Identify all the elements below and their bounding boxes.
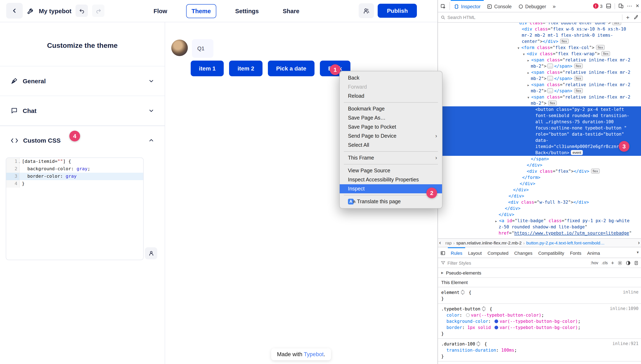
menu-item-translate-this-page[interactable]: ATranslate this page (340, 197, 442, 206)
tree-node[interactable]: </form> (438, 174, 641, 180)
pseudo-elements-row[interactable]: ▶ Pseudo-elements (438, 268, 641, 278)
light-theme-icon[interactable] (617, 260, 622, 265)
back-button[interactable] (6, 3, 23, 18)
menu-item-save-page-as[interactable]: Save Page As… (340, 113, 442, 122)
breadcrumb-item[interactable]: rap (445, 240, 452, 245)
made-with-brand-link[interactable]: Typebot (304, 351, 324, 358)
tree-node[interactable]: ▼<div class="flex flex-wrap">flex (438, 51, 641, 57)
tree-node[interactable]: </span> (438, 156, 641, 162)
redo-button[interactable] (92, 4, 104, 17)
split-console-icon[interactable] (606, 3, 611, 9)
selected-tree-node[interactable]: focus:outline-none typebot-button " (438, 125, 641, 131)
rule-source[interactable]: inline (623, 290, 638, 294)
editor-line-2[interactable]: 2 background-color: gray; (6, 165, 143, 173)
tab-settings[interactable]: Settings (230, 4, 264, 18)
css-rule-duration-100[interactable]: inline:921.duration-100 { transition-dur… (438, 339, 641, 362)
color-swatch[interactable] (495, 326, 498, 329)
add-rule-icon[interactable]: + (611, 260, 614, 266)
tree-node[interactable]: center"></div>flex (438, 38, 641, 44)
meatball-menu-icon[interactable]: ⋯ (627, 3, 632, 9)
tree-node[interactable]: ▼<span class="relative inline-flex mr-2 (438, 94, 641, 100)
rule-source[interactable]: inline:921 (612, 341, 638, 346)
choice-button-item-1[interactable]: item 1 (191, 60, 224, 76)
made-with-badge[interactable]: Made with Typebot. (271, 348, 331, 360)
menu-item-send-page-to-device[interactable]: Send Page to Device› (340, 132, 442, 140)
menu-item-back[interactable]: Back (340, 74, 442, 82)
menu-item-inspect-accessibility-properties[interactable]: Inspect Accessibility Properties (340, 175, 442, 184)
editor-line-3[interactable]: 3 border-color: gray (6, 173, 143, 180)
breadcrumb-item[interactable]: button.py-2.px-4.text-left.font-semibold… (526, 240, 604, 245)
inspector-tab-layout[interactable]: Layout (465, 247, 485, 258)
breadcrumb[interactable]: ‹ rap›span.relative.inline-flex.mr-2.mb-… (438, 238, 641, 247)
devtools-tab-inspector[interactable]: Inspector (451, 0, 484, 12)
menu-item-reload[interactable]: Reload (340, 92, 442, 100)
devtools-tab-debugger[interactable]: Debugger (515, 0, 549, 12)
tree-node[interactable]: ▶<span class="relative inline-flex mr-2 (438, 82, 641, 88)
devtools-tab-console[interactable]: Console (484, 0, 515, 12)
selected-tree-node[interactable]: font-semibold rounded-md transition- (438, 112, 641, 119)
search-html-input[interactable]: Search HTML (448, 15, 476, 20)
tab-theme[interactable]: Theme (186, 4, 216, 18)
tree-node[interactable]: <div class="flex"></div>flex (438, 168, 641, 174)
css-declaration[interactable]: border: 1px solid var(--typebot-button-b… (441, 324, 638, 330)
inspector-tab-computed[interactable]: Computed (485, 247, 511, 258)
menu-item-view-page-source[interactable]: View Page Source (340, 166, 442, 175)
breadcrumb-item[interactable]: span.relative.inline-flex.mr-2.mb-2 (456, 240, 522, 245)
menu-item-save-page-to-pocket[interactable]: Save Page to Pocket (340, 122, 442, 132)
tree-node[interactable]: mb-2">…</span>flex (438, 63, 641, 69)
typebot-title[interactable]: My typebot (39, 7, 71, 14)
css-rule-typebot-button[interactable]: inline:1090.typebot-button { color: var(… (438, 304, 641, 339)
menu-item-bookmark-page[interactable]: Bookmark Page (340, 104, 442, 113)
tab-flow[interactable]: Flow (149, 4, 172, 18)
inspector-tab-fonts[interactable]: Fonts (567, 247, 584, 258)
avatar-toggle-button[interactable] (145, 247, 157, 259)
tree-node[interactable]: </div> (438, 205, 641, 212)
tree-node[interactable]: ▶<a id="lite-badge" class="fixed py-1 px… (438, 218, 641, 224)
inspector-tab-anima[interactable]: Anima (584, 247, 603, 258)
selected-tree-node[interactable]: <button class="py-2 px-4 text-left (438, 106, 641, 112)
tree-node[interactable]: ▶<span class="relative inline-flex mr-2 (438, 57, 641, 63)
html-tree[interactable]: div class="flex bubble enter done">flex<… (438, 23, 641, 238)
error-badge-icon[interactable]: ! (593, 3, 598, 9)
devtools-more-tabs-button[interactable]: » (549, 0, 559, 12)
sidebar-item-chat[interactable]: Chat (0, 96, 165, 125)
rule-source[interactable]: inline:1090 (610, 306, 638, 311)
toggle-class-button[interactable]: .cls (602, 260, 608, 265)
tree-node[interactable]: </div> (438, 187, 641, 193)
selected-tree-node[interactable]: Back</button>event (438, 150, 641, 156)
eyedropper-icon[interactable] (633, 15, 638, 20)
undo-button[interactable] (76, 4, 88, 17)
editor-line-4[interactable]: 4} (6, 180, 143, 188)
tree-node[interactable]: </div> (438, 162, 641, 168)
tree-node[interactable]: mb-2">…</span>flex (438, 76, 641, 82)
sidebar-toggle-icon[interactable] (438, 247, 448, 258)
tree-node[interactable]: ▼<form class="flex flex-col">flex (438, 44, 641, 51)
inspector-tab-rules[interactable]: Rules (448, 247, 465, 258)
tree-node[interactable]: <div class="w-full h-32"></div> (438, 199, 641, 205)
tab-share[interactable]: Share (278, 4, 304, 18)
inspector-tab-compatibility[interactable]: Compatibility (535, 247, 567, 258)
color-swatch[interactable] (466, 313, 470, 317)
menu-item-this-frame[interactable]: This Frame› (340, 153, 442, 162)
color-swatch[interactable] (495, 320, 498, 323)
tabs-dropdown-icon[interactable]: ▼ (636, 251, 639, 254)
toggle-hover-button[interactable]: :hov (590, 260, 598, 265)
selected-tree-node[interactable]: itemid="cl3iunm4p000f2e6gfr8cznr (438, 144, 641, 150)
sidebar-item-custom-css[interactable]: Custom CSS (0, 125, 165, 155)
tree-node[interactable]: href="https://www.typebot.io/?utm_source… (438, 230, 641, 236)
tree-node[interactable]: div class="flex bubble enter done">flex (438, 23, 641, 26)
css-declaration[interactable]: background-color: var(--typebot-button-b… (441, 318, 638, 324)
breadcrumb-prev-icon[interactable]: ‹ (439, 240, 441, 246)
selected-tree-node[interactable]: data- (438, 137, 641, 144)
tree-node[interactable]: </div> (438, 193, 641, 199)
tree-node[interactable]: z-50 rounded shadow-md lite-badge" (438, 224, 641, 230)
choice-button-item-2[interactable]: item 2 (229, 60, 263, 76)
collaborators-button[interactable] (359, 3, 374, 18)
pick-element-button[interactable] (438, 0, 449, 12)
tree-node[interactable]: mb-2">flex (438, 100, 641, 106)
sidebar-item-general[interactable]: General (0, 66, 165, 96)
tree-node[interactable]: </div> (438, 212, 641, 218)
tree-node[interactable]: </div> (438, 180, 641, 187)
publish-button[interactable]: Publish (378, 4, 417, 18)
fold-arrow-icon[interactable]: ⌄ (19, 158, 20, 166)
